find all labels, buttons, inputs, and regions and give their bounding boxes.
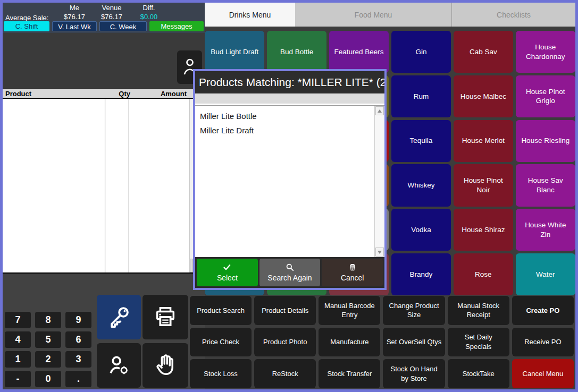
action-button-manufacture[interactable]: Manufacture bbox=[319, 328, 380, 357]
order-table-header: Product Qty Amount bbox=[3, 89, 193, 99]
drink-button-rose[interactable]: Rose bbox=[454, 253, 513, 295]
action-button-receive-po[interactable]: Receive PO bbox=[512, 328, 574, 357]
action-button-create-po[interactable]: Create PO bbox=[512, 296, 574, 325]
numpad-key-2[interactable]: 2 bbox=[35, 351, 61, 368]
v-last-wk-button[interactable]: V. Last Wk bbox=[52, 21, 97, 31]
action-button-stock-loss[interactable]: Stock Loss bbox=[190, 359, 252, 388]
drink-button-cab-sav[interactable]: Cab Sav bbox=[454, 31, 513, 73]
drink-button-bud-bottle[interactable]: Bud Bottle bbox=[267, 31, 326, 73]
manager-key-button[interactable] bbox=[97, 295, 141, 339]
action-button-stock-on-hand-by-store[interactable]: Stock On Hand by Store bbox=[383, 359, 445, 388]
action-button-manual-barcode-entry[interactable]: Manual Barcode Entry bbox=[319, 296, 380, 325]
numpad-key-minus[interactable]: - bbox=[5, 371, 31, 387]
numpad-key-1[interactable]: 1 bbox=[5, 351, 31, 368]
drink-button-featured-beers[interactable]: Featured Beers bbox=[329, 31, 389, 73]
numpad-key-9[interactable]: 9 bbox=[65, 312, 91, 328]
action-button-product-photo[interactable]: Product Photo bbox=[254, 328, 316, 357]
numpad-key-3[interactable]: 3 bbox=[65, 351, 91, 368]
stats-buttons-row: C. ShiftV. Last WkC. WeekMessages bbox=[4, 21, 204, 31]
search-again-button[interactable]: Search Again bbox=[259, 259, 321, 286]
customer-settings-button[interactable] bbox=[97, 343, 141, 388]
action-button-product-search[interactable]: Product Search bbox=[190, 296, 252, 325]
drink-button-house-merlot[interactable]: House Merlot bbox=[454, 120, 513, 162]
drink-button-house-riesling[interactable]: House Riesling bbox=[516, 120, 575, 162]
drink-button-house-pinot-noir[interactable]: House Pinot Noir bbox=[454, 164, 513, 206]
numpad-key-0[interactable]: 0 bbox=[35, 371, 61, 387]
order-panel: Product Qty Amount bbox=[3, 33, 205, 274]
tab-food-menu[interactable]: Food Menu bbox=[295, 3, 452, 27]
c-week-button[interactable]: C. Week bbox=[99, 21, 147, 31]
stats-col-diff: Diff. bbox=[130, 4, 167, 12]
search-result-miller-lite-bottle[interactable]: Miller Lite Bottle bbox=[195, 109, 384, 123]
stats-col-venue: Venue bbox=[93, 4, 130, 12]
printer-icon bbox=[153, 304, 178, 330]
action-button-stocktake[interactable]: StockTake bbox=[448, 359, 509, 388]
messages-button[interactable]: Messages bbox=[149, 21, 204, 31]
products-matching-dialog: Products Matching: *MILLER LITE* (2 Ma M… bbox=[193, 69, 387, 290]
stats-col-me: Me bbox=[56, 4, 93, 12]
numpad-key-4[interactable]: 4 bbox=[5, 331, 31, 348]
drink-button-rum[interactable]: Rum bbox=[391, 75, 451, 117]
dialog-subheader bbox=[195, 93, 384, 105]
hold-button[interactable] bbox=[143, 343, 188, 388]
drink-button-vodka[interactable]: Vodka bbox=[391, 209, 451, 251]
drink-button-water[interactable]: Water bbox=[516, 253, 575, 295]
action-button-set-daily-specials[interactable]: Set Daily Specials bbox=[448, 328, 509, 357]
drink-button-whiskey[interactable]: Whiskey bbox=[391, 164, 451, 206]
search-results-list: Miller Lite BottleMiller Lite Draft bbox=[195, 105, 384, 257]
action-button-product-details[interactable]: Product Details bbox=[254, 296, 316, 325]
numpad-key-5[interactable]: 5 bbox=[35, 331, 61, 348]
action-button-cancel-menu[interactable]: Cancel Menu bbox=[512, 359, 574, 388]
col-header-amount: Amount bbox=[133, 89, 193, 98]
drink-button-house-white-zin[interactable]: House White Zin bbox=[516, 209, 575, 251]
search-icon bbox=[286, 263, 294, 271]
keypad-panel: 789456123-0. bbox=[3, 274, 205, 389]
column-divider bbox=[105, 99, 105, 272]
numpad-key-8[interactable]: 8 bbox=[35, 312, 61, 328]
average-sale-me: $76.17 bbox=[56, 13, 93, 21]
results-scrollbar[interactable] bbox=[374, 106, 384, 257]
tab-checklists[interactable]: Checklists bbox=[452, 3, 575, 27]
action-button-manual-stock-receipt[interactable]: Manual Stock Receipt bbox=[448, 296, 509, 325]
numpad-key-7[interactable]: 7 bbox=[5, 312, 31, 328]
stats-panel: Me Venue Diff. Average Sale: $76.17 $76.… bbox=[3, 3, 205, 33]
table-scrollbar[interactable] bbox=[189, 99, 193, 272]
triangle-up-icon bbox=[378, 109, 382, 113]
drink-button-house-malbec[interactable]: House Malbec bbox=[454, 75, 513, 117]
drink-button-bud-light-draft[interactable]: Bud Light Draft bbox=[205, 31, 264, 73]
numpad: 789456123-0. bbox=[5, 312, 95, 387]
action-button-set-oversell-qtys[interactable]: Set OverSell Qtys bbox=[383, 328, 445, 357]
action-button-change-product-size[interactable]: Change Product Size bbox=[383, 296, 445, 325]
dialog-title: Products Matching: *MILLER LITE* (2 Ma bbox=[195, 71, 384, 93]
cancel-button[interactable]: Cancel bbox=[322, 259, 383, 286]
drink-button-brandy[interactable]: Brandy bbox=[391, 253, 451, 295]
key-icon bbox=[107, 304, 131, 330]
cancel-label: Cancel bbox=[341, 274, 364, 282]
triangle-down-icon bbox=[378, 251, 382, 254]
check-icon bbox=[223, 263, 231, 271]
drink-button-house-sav-blanc[interactable]: House Sav Blanc bbox=[516, 164, 575, 206]
stats-header-row: Me Venue Diff. bbox=[56, 4, 169, 12]
drink-button-house-chardonnay[interactable]: House Chardonnay bbox=[516, 31, 575, 73]
hand-icon bbox=[153, 353, 178, 379]
drink-button-gin[interactable]: Gin bbox=[391, 31, 451, 73]
numpad-key-dot[interactable]: . bbox=[65, 371, 91, 387]
action-button-stock-transfer[interactable]: Stock Transfer bbox=[319, 359, 380, 388]
order-table: Product Qty Amount bbox=[3, 89, 193, 274]
print-button[interactable] bbox=[143, 295, 188, 339]
user-settings-icon bbox=[107, 353, 131, 379]
select-button[interactable]: Select bbox=[197, 259, 258, 286]
action-button-restock[interactable]: ReStock bbox=[254, 359, 316, 388]
average-sale-label: Average Sale: bbox=[5, 14, 48, 22]
tab-drinks-menu[interactable]: Drinks Menu bbox=[205, 3, 295, 27]
drink-button-house-shiraz[interactable]: House Shiraz bbox=[454, 209, 513, 251]
scroll-up-button[interactable] bbox=[375, 106, 384, 115]
pos-window: Me Venue Diff. Average Sale: $76.17 $76.… bbox=[0, 0, 578, 392]
search-result-miller-lite-draft[interactable]: Miller Lite Draft bbox=[195, 123, 384, 138]
scroll-down-button[interactable] bbox=[375, 248, 384, 257]
action-button-price-check[interactable]: Price Check bbox=[190, 328, 252, 357]
numpad-key-6[interactable]: 6 bbox=[65, 331, 91, 348]
drink-button-house-pinot-grigio[interactable]: House Pinot Grigio bbox=[516, 75, 575, 117]
c-shift-button[interactable]: C. Shift bbox=[4, 21, 49, 31]
drink-button-tequila[interactable]: Tequila bbox=[391, 120, 451, 162]
